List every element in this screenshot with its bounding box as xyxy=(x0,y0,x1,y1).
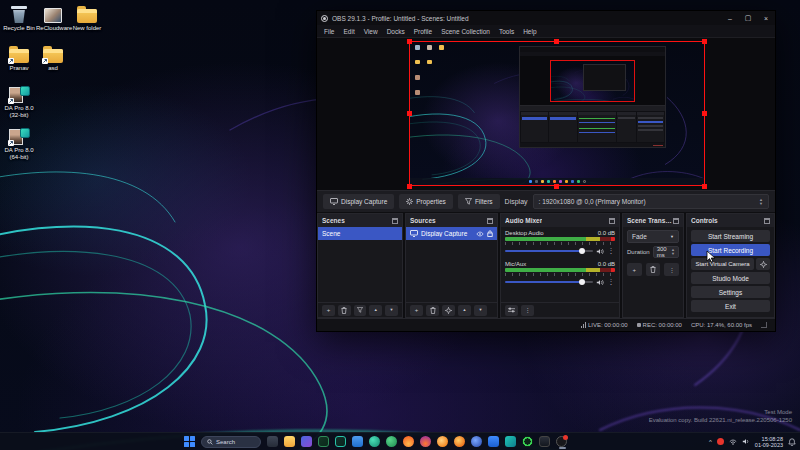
obs-tray-recording-icon[interactable] xyxy=(717,438,724,445)
photo-app-2-icon[interactable] xyxy=(454,436,465,447)
volume-slider[interactable] xyxy=(505,250,593,252)
add-transition-button[interactable]: + xyxy=(627,263,642,276)
filters-button[interactable]: Filters xyxy=(458,194,500,209)
dock-float-icon[interactable] xyxy=(609,218,615,224)
video-app-icon[interactable] xyxy=(505,436,516,447)
select-spinner-icon[interactable]: ▲▼ xyxy=(759,198,763,206)
remove-source-button[interactable] xyxy=(426,305,439,316)
mixer-settings-button[interactable] xyxy=(505,305,518,316)
settings-button[interactable]: Settings xyxy=(691,286,770,298)
selection-handle[interactable] xyxy=(554,39,559,44)
browser-flame-icon[interactable] xyxy=(403,436,414,447)
move-scene-up-button[interactable]: ▲ xyxy=(369,305,382,316)
start-button[interactable] xyxy=(184,436,195,447)
volume-app-icon[interactable] xyxy=(488,436,499,447)
transition-select[interactable]: Fade ▼ xyxy=(627,230,679,243)
move-scene-down-button[interactable]: ▼ xyxy=(385,305,398,316)
selection-handle[interactable] xyxy=(702,184,707,189)
mixer-menu-button[interactable]: ⋮ xyxy=(521,305,534,316)
desktop-icon-recloudware[interactable]: ReCloudware xyxy=(36,6,70,32)
properties-button[interactable]: Properties xyxy=(399,194,453,209)
add-scene-button[interactable]: + xyxy=(322,305,335,316)
tray-chevron-icon[interactable]: ^ xyxy=(709,439,712,445)
start-recording-button[interactable]: Start Recording xyxy=(691,244,770,256)
volume-icon[interactable] xyxy=(742,438,750,445)
obs-preview-canvas[interactable] xyxy=(317,38,775,190)
channel-menu-icon[interactable]: ⋮ xyxy=(607,247,615,255)
spinner-arrows-icon[interactable]: ▲▼ xyxy=(671,248,675,256)
dock-float-icon[interactable] xyxy=(673,218,679,224)
menu-docks[interactable]: Docks xyxy=(387,28,405,35)
dock-float-icon[interactable] xyxy=(392,218,398,224)
obs-titlebar[interactable]: OBS 29.1.3 - Profile: Untitled - Scenes:… xyxy=(317,11,775,25)
display-select[interactable]: : 1920x1080 @ 0,0 (Primary Monitor) ▲▼ xyxy=(533,194,769,209)
sources-header[interactable]: Sources xyxy=(406,214,497,227)
wifi-icon[interactable] xyxy=(729,439,737,445)
menu-profile[interactable]: Profile xyxy=(414,28,432,35)
share-app-2-icon[interactable] xyxy=(335,436,346,447)
selection-handle[interactable] xyxy=(407,184,412,189)
lock-icon[interactable] xyxy=(487,230,493,237)
desktop-icon-asd[interactable]: asd xyxy=(36,46,70,72)
selection-handle[interactable] xyxy=(702,111,707,116)
media-app-icon[interactable] xyxy=(301,436,312,447)
display-capture-preview[interactable] xyxy=(409,41,705,186)
desktop-icon-dapro-64[interactable]: DA Pro 8.0 (64-bit) xyxy=(2,128,36,161)
transitions-header[interactable]: Scene Transitions xyxy=(623,214,683,227)
taskbar-clock[interactable]: 15:08:28 01-09-2023 xyxy=(755,436,783,448)
desktop-icon-pranav[interactable]: Pranav xyxy=(2,46,36,72)
selection-handle[interactable] xyxy=(554,184,559,189)
scenes-header[interactable]: Scenes xyxy=(318,214,402,227)
menu-file[interactable]: File xyxy=(324,28,334,35)
minimize-button[interactable]: – xyxy=(721,11,739,25)
remove-transition-button[interactable] xyxy=(646,263,661,276)
file-explorer-icon[interactable] xyxy=(284,436,295,447)
selection-handle[interactable] xyxy=(407,111,412,116)
obs-taskbar-icon[interactable] xyxy=(556,436,567,447)
audio-mixer-header[interactable]: Audio Mixer xyxy=(501,214,619,227)
speaker-icon[interactable] xyxy=(596,279,604,286)
resize-grip[interactable] xyxy=(761,322,767,328)
remove-scene-button[interactable] xyxy=(338,305,351,316)
virtual-camera-settings-button[interactable] xyxy=(756,258,770,270)
scene-item[interactable]: Scene xyxy=(318,227,402,240)
share-app-icon[interactable] xyxy=(318,436,329,447)
speaker-icon[interactable] xyxy=(596,248,604,255)
desktop-icon-recycle-bin[interactable]: Recycle Bin xyxy=(2,6,36,32)
chat-app-2-icon[interactable] xyxy=(386,436,397,447)
menu-view[interactable]: View xyxy=(364,28,378,35)
selection-handle[interactable] xyxy=(407,39,412,44)
add-source-button[interactable]: + xyxy=(410,305,423,316)
scene-filters-button[interactable] xyxy=(354,305,367,316)
ring-app-icon[interactable] xyxy=(522,436,533,447)
studio-mode-button[interactable]: Studio Mode xyxy=(691,272,770,284)
menu-tools[interactable]: Tools xyxy=(499,28,514,35)
browser-flame-2-icon[interactable] xyxy=(420,436,431,447)
task-view-icon[interactable] xyxy=(267,436,278,447)
transition-menu-button[interactable]: ⋮ xyxy=(664,263,679,276)
store-icon[interactable] xyxy=(352,436,363,447)
dock-float-icon[interactable] xyxy=(764,218,770,224)
photo-app-3-icon[interactable] xyxy=(471,436,482,447)
game-app-icon[interactable] xyxy=(539,436,550,447)
source-properties-button[interactable] xyxy=(442,305,455,316)
exit-button[interactable]: Exit xyxy=(691,300,770,312)
close-button[interactable]: × xyxy=(757,11,775,25)
notification-bell-icon[interactable] xyxy=(788,438,796,446)
channel-menu-icon[interactable]: ⋮ xyxy=(607,278,615,286)
source-item[interactable]: Display Capture xyxy=(406,227,497,240)
duration-spinbox[interactable]: 300 ms ▲▼ xyxy=(653,246,679,258)
start-streaming-button[interactable]: Start Streaming xyxy=(691,230,770,242)
start-virtual-camera-button[interactable]: Start Virtual Camera xyxy=(691,258,754,270)
photo-app-icon[interactable] xyxy=(437,436,448,447)
selection-handle[interactable] xyxy=(702,39,707,44)
desktop-icon-new-folder[interactable]: New folder xyxy=(70,6,104,32)
menu-help[interactable]: Help xyxy=(523,28,536,35)
volume-slider[interactable] xyxy=(505,281,593,283)
controls-header[interactable]: Controls xyxy=(687,214,774,227)
move-source-down-button[interactable]: ▼ xyxy=(474,305,487,316)
menu-scene-collection[interactable]: Scene Collection xyxy=(441,28,490,35)
taskbar-search[interactable]: Search xyxy=(201,436,261,448)
maximize-button[interactable]: ▢ xyxy=(739,11,757,25)
dock-float-icon[interactable] xyxy=(487,218,493,224)
